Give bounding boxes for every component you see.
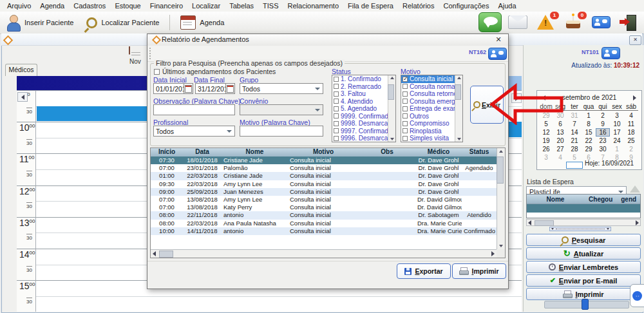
calendar-day[interactable]: 29 (582, 145, 596, 153)
status-item[interactable]: 9998. Desmarcado (332, 120, 395, 128)
menu-item-localizar[interactable]: Localizar (187, 1, 225, 10)
checkbox[interactable] (334, 84, 339, 89)
calendar-day[interactable]: 4 (624, 111, 638, 120)
table-row[interactable]: 10:0014/11/2018antonioConsulta inicialDr… (151, 227, 497, 235)
calendar-day[interactable]: 21 (567, 137, 582, 145)
export-button[interactable]: Exportar (397, 263, 451, 279)
calendar-day[interactable]: 9 (596, 120, 610, 128)
menu-item-fila-de-espera[interactable]: Fila de Espera (343, 1, 398, 10)
atualizar-button[interactable]: Atualizar (526, 247, 641, 260)
calendar-day[interactable]: 11 (624, 120, 638, 128)
calendar-day[interactable]: 20 (553, 137, 567, 145)
calendar-day[interactable]: 2 (596, 111, 610, 120)
main-window-close-button[interactable] (629, 35, 641, 45)
checkbox[interactable] (402, 84, 408, 89)
profissional-select[interactable]: Todos (153, 126, 235, 137)
table-row[interactable]: 09:0025/09/2018Juan MenezesConsulta inic… (151, 188, 497, 196)
table-row[interactable]: 07:0013/08/2018Katy PerryConsulta inicia… (151, 204, 497, 211)
motivo-item[interactable]: Entrega de exames (401, 105, 462, 113)
checkbox[interactable] (334, 113, 339, 119)
status-item[interactable]: 3. Faltou (332, 90, 395, 98)
messages-button[interactable] (589, 13, 612, 32)
status-item[interactable]: 9999. Confirmado V (332, 113, 395, 120)
checkbox[interactable] (334, 99, 339, 104)
table-column-nome[interactable]: Nome (222, 148, 288, 156)
grupo-select[interactable]: Todos (240, 83, 323, 94)
pesquisar-button[interactable]: Pesquisar (526, 234, 641, 246)
enviar-por-e-mail-button[interactable]: Enviar por E-mail (526, 274, 641, 287)
calendar-day[interactable]: 17 (610, 128, 624, 137)
table-row[interactable]: 08:0022/03/2018Ana Paula NatashaConsulta… (151, 220, 497, 227)
data-final-input[interactable]: 31/12/2018 (195, 83, 226, 94)
calendar-day[interactable]: 22 (582, 137, 596, 145)
table-column-status[interactable]: Status (462, 148, 497, 156)
checkbox[interactable] (402, 136, 408, 141)
calendar-day[interactable]: 31 (567, 111, 582, 120)
checkbox[interactable] (154, 69, 160, 75)
schedule-cell[interactable] (36, 296, 522, 312)
checkbox[interactable] (334, 77, 339, 82)
calendar-day-today[interactable]: 16 (596, 128, 610, 137)
dialog-close-button[interactable] (494, 35, 503, 44)
last-appointments-checkbox-row[interactable]: Últimos agendamentos dos Pacientes (154, 68, 276, 75)
calendar-day[interactable]: 1 (610, 145, 624, 153)
table-column-início[interactable]: Início (151, 148, 183, 156)
table-row[interactable]: 07:0013/08/2018Amy Lynn LeeConsulta inic… (151, 196, 497, 204)
table-column-médico[interactable]: Médico (415, 148, 462, 156)
calendar-day[interactable]: 26 (539, 145, 553, 153)
checkbox[interactable] (402, 106, 408, 111)
calendar-day[interactable]: 30 (596, 145, 610, 153)
table-column-motivo[interactable]: Motivo (288, 148, 359, 156)
menu-item-estoque[interactable]: Estoque (110, 1, 145, 10)
print-button[interactable]: Imprimir (452, 263, 506, 279)
motivo-item[interactable]: Compromisso (401, 120, 462, 128)
status-item[interactable]: 9997. Confirmado S (332, 128, 395, 135)
data-inicial-input[interactable]: 01/01/2018 (153, 83, 184, 94)
menu-item-tiss[interactable]: TISS (258, 1, 283, 10)
mail-button[interactable] (506, 13, 529, 32)
motivo-item[interactable]: Consulta retorno (401, 90, 462, 98)
motivo-item[interactable]: Rinoplastia (401, 128, 462, 135)
motivo-item[interactable]: Outros (401, 113, 462, 120)
data-inicial-calendar-button[interactable] (184, 83, 193, 94)
checkbox[interactable] (402, 91, 408, 97)
motivo-item[interactable]: Consulta normal (401, 83, 462, 91)
menu-item-relat-rios[interactable]: Relatórios (398, 1, 439, 10)
people-chat-icon-dialog[interactable] (488, 48, 507, 60)
calendar-day[interactable]: 13 (553, 128, 567, 137)
waiting-list-selected-row[interactable] (527, 204, 640, 213)
status-item[interactable]: 2. Remarcado (332, 83, 395, 91)
schedule-scroll-left-button[interactable] (17, 92, 28, 102)
calendar-day[interactable]: 14 (567, 128, 582, 137)
motivo-chave-input[interactable] (240, 126, 323, 137)
menu-item-relacionamento[interactable]: Relacionamento (283, 1, 344, 10)
calendar-day[interactable]: 4 (553, 153, 567, 162)
status-item[interactable]: 5. Agendado (332, 105, 395, 113)
calendar-day[interactable]: 25 (624, 137, 638, 145)
checkbox[interactable] (334, 106, 339, 111)
alerts-button[interactable]: 1 (534, 13, 557, 32)
scroll-thumb[interactable] (535, 220, 554, 226)
calendar-day[interactable]: 2 (624, 145, 638, 153)
table-hscroll-thumb[interactable] (159, 251, 173, 258)
checkbox[interactable] (402, 128, 408, 133)
exit-button[interactable] (617, 13, 640, 32)
menu-item-configura-es[interactable]: Configurações (439, 1, 493, 10)
calendar-day[interactable]: 12 (539, 128, 553, 137)
panel-collapse-arrow[interactable] (630, 185, 640, 193)
status-scrollbar[interactable] (388, 75, 395, 142)
calendar-day[interactable]: 7 (567, 120, 582, 128)
calendar-day[interactable]: 27 (553, 145, 567, 153)
tab-medicos[interactable]: Médicos (5, 64, 37, 76)
menu-item-financeiro[interactable]: Financeiro (146, 1, 187, 10)
menu-item-arquivo[interactable]: Arquivo (3, 1, 35, 10)
checkbox[interactable] (334, 136, 339, 141)
menu-item-tabelas[interactable]: Tabelas (225, 1, 258, 10)
table-column-data[interactable]: Data (183, 148, 222, 156)
calendar-day[interactable]: 1 (582, 111, 596, 120)
checkbox[interactable] (334, 91, 339, 97)
checkbox[interactable] (402, 99, 408, 104)
observacao-input[interactable] (153, 104, 235, 115)
chat-button[interactable] (478, 13, 502, 32)
status-item[interactable]: 1. Confirmado (332, 75, 395, 83)
